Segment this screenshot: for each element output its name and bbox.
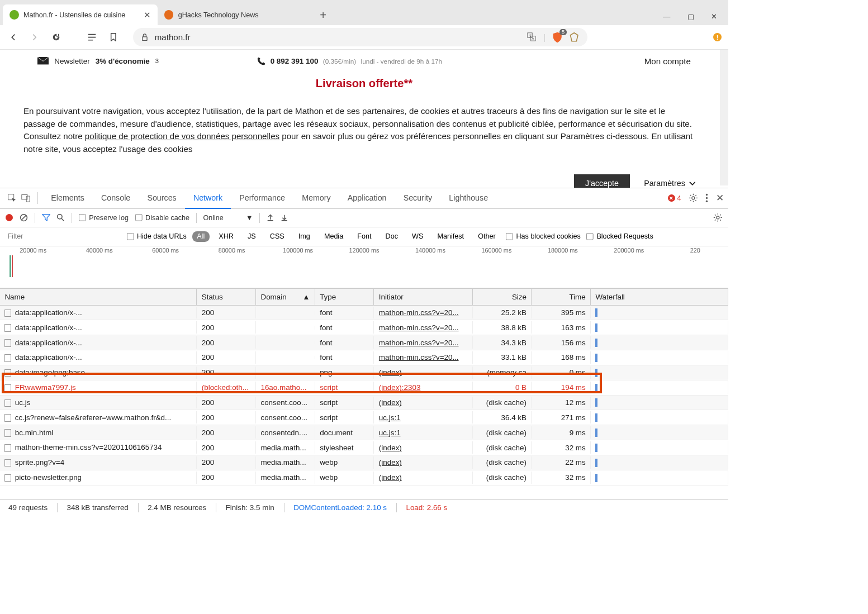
table-row[interactable]: data:application/x-... 200 font mathon-m… (0, 350, 728, 365)
table-row[interactable]: bc.min.html 200 consentcdn.... document … (0, 425, 728, 440)
table-row[interactable]: cc.js?renew=false&referer=www.mathon.fr&… (0, 410, 728, 425)
upload-icon[interactable] (267, 214, 274, 221)
initiator-link[interactable]: mathon-min.css?v=20... (379, 308, 459, 317)
new-tab-button[interactable]: + (312, 5, 334, 25)
filter-other[interactable]: Other (473, 231, 500, 242)
back-button[interactable] (7, 31, 20, 44)
table-row[interactable]: data:application/x-... 200 font mathon-m… (0, 306, 728, 321)
table-row[interactable]: mathon-theme-min.css?v=20201106165734 20… (0, 440, 728, 455)
shield-icon[interactable]: 5 (552, 32, 562, 43)
browser-tab[interactable]: gHacks Technology News (158, 4, 312, 25)
devtools-tab-network[interactable]: Network (185, 187, 231, 208)
initiator-link[interactable]: (index) (379, 444, 402, 452)
col-name[interactable]: Name (0, 289, 197, 304)
network-overview[interactable]: 20000 ms40000 ms60000 ms80000 ms100000 m… (0, 246, 728, 289)
disable-cache-checkbox[interactable]: Disable cache (135, 214, 189, 222)
account-link[interactable]: Mon compte (644, 56, 691, 66)
close-window-button[interactable]: ✕ (711, 12, 717, 21)
error-count[interactable]: ✕4 (668, 194, 681, 202)
table-row[interactable]: uc.js 200 consent.coo... script (index) … (0, 396, 728, 411)
clear-button[interactable] (20, 213, 28, 222)
translate-icon[interactable]: 文A (527, 32, 537, 42)
address-bar[interactable]: mathon.fr 文A | 5 (133, 28, 587, 47)
devtools-tab-sources[interactable]: Sources (139, 187, 184, 208)
forward-button[interactable] (28, 31, 41, 44)
reader-button[interactable] (86, 31, 98, 44)
table-row[interactable]: FRwwwma7997.js (blocked:oth... 16ao.math… (0, 380, 728, 396)
menu-icon[interactable] (705, 193, 708, 203)
filter-js[interactable]: JS (243, 231, 260, 242)
devtools-tab-elements[interactable]: Elements (42, 187, 93, 208)
table-row[interactable]: data:application/x-... 200 font mathon-m… (0, 335, 728, 350)
browser-tab[interactable]: Mathon.fr - Ustensiles de cuisine✕ (3, 4, 158, 25)
params-button[interactable]: Paramètres (644, 179, 695, 188)
privacy-policy-link[interactable]: politique de protection de vos données p… (85, 131, 279, 141)
initiator-link[interactable]: mathon-min.css?v=20... (379, 353, 459, 361)
reload-button[interactable] (50, 31, 63, 44)
table-row[interactable]: sprite.png?v=4 200 media.math... webp (i… (0, 455, 728, 470)
page-scrollbar[interactable] (720, 50, 728, 185)
table-row[interactable]: picto-newsletter.png 200 media.math... w… (0, 470, 728, 486)
devtools-tab-console[interactable]: Console (93, 187, 139, 208)
filter-input[interactable] (4, 231, 121, 242)
devtools-tab-lighthouse[interactable]: Lighthouse (440, 187, 496, 208)
devtools-tab-application[interactable]: Application (339, 187, 395, 208)
filter-doc[interactable]: Doc (381, 231, 402, 242)
net-settings-icon[interactable] (713, 213, 723, 222)
filter-media[interactable]: Media (320, 231, 348, 242)
overview-tick: 160000 ms (463, 247, 529, 254)
table-row[interactable]: data:image/png;base 200 png (index) (mem… (0, 365, 728, 380)
table-row[interactable]: data:application/x-... 200 font mathon-m… (0, 320, 728, 335)
brave-icon[interactable] (569, 32, 579, 42)
blocked-requests-checkbox[interactable]: Blocked Requests (586, 232, 653, 240)
initiator-link[interactable]: mathon-min.css?v=20... (379, 323, 459, 332)
cookie-text: En poursuivant votre navigation, vous ac… (23, 105, 695, 156)
filter-xhr[interactable]: XHR (214, 231, 238, 242)
devtools-tab-security[interactable]: Security (395, 187, 441, 208)
hide-data-urls-checkbox[interactable]: Hide data URLs (127, 232, 187, 240)
search-icon[interactable] (56, 213, 65, 222)
col-time[interactable]: Time (532, 289, 591, 304)
download-icon[interactable] (281, 214, 288, 221)
has-blocked-cookies-checkbox[interactable]: Has blocked cookies (506, 232, 581, 240)
inspect-icon[interactable] (4, 191, 18, 205)
initiator-link[interactable]: (index) (379, 473, 402, 482)
col-waterfall[interactable]: Waterfall (591, 289, 728, 304)
initiator-link[interactable]: mathon-min.css?v=20... (379, 339, 459, 347)
col-initiator[interactable]: Initiator (374, 289, 472, 304)
initiator-link[interactable]: uc.js:1 (379, 429, 401, 437)
initiator-link[interactable]: (index) (379, 398, 402, 407)
initiator-link[interactable]: (index) (379, 368, 402, 377)
warning-icon[interactable]: ! (713, 33, 722, 41)
col-size[interactable]: Size (473, 289, 532, 304)
filter-ws[interactable]: WS (407, 231, 428, 242)
device-icon[interactable] (19, 191, 33, 205)
close-devtools-button[interactable]: ✕ (716, 192, 724, 204)
throttle-select[interactable]: Online▼ (203, 214, 253, 222)
filter-icon[interactable] (42, 214, 50, 221)
overview-tick: 180000 ms (530, 247, 596, 254)
minimize-button[interactable]: — (663, 12, 670, 21)
waterfall-bar (595, 398, 597, 407)
maximize-button[interactable]: ▢ (687, 12, 694, 21)
devtools-tab-performance[interactable]: Performance (231, 187, 293, 208)
filter-img[interactable]: Img (293, 231, 315, 242)
settings-icon[interactable] (689, 193, 698, 203)
filter-css[interactable]: CSS (265, 231, 289, 242)
initiator-link[interactable]: (index):2303 (379, 383, 421, 392)
preserve-log-checkbox[interactable]: Preserve log (79, 214, 129, 222)
initiator-link[interactable]: (index) (379, 458, 402, 467)
waterfall-bar (595, 413, 597, 422)
col-domain[interactable]: Domain▲ (256, 289, 315, 304)
devtools-tab-memory[interactable]: Memory (293, 187, 339, 208)
initiator-link[interactable]: uc.js:1 (379, 413, 401, 422)
network-table: Name Status Domain▲ Type Initiator Size … (0, 288, 728, 499)
filter-all[interactable]: All (192, 231, 210, 242)
filter-manifest[interactable]: Manifest (433, 231, 468, 242)
col-type[interactable]: Type (315, 289, 374, 304)
record-button[interactable] (6, 214, 13, 221)
bookmark-button[interactable] (107, 31, 120, 44)
filter-font[interactable]: Font (353, 231, 376, 242)
col-status[interactable]: Status (197, 289, 256, 304)
close-tab-button[interactable]: ✕ (144, 10, 151, 20)
